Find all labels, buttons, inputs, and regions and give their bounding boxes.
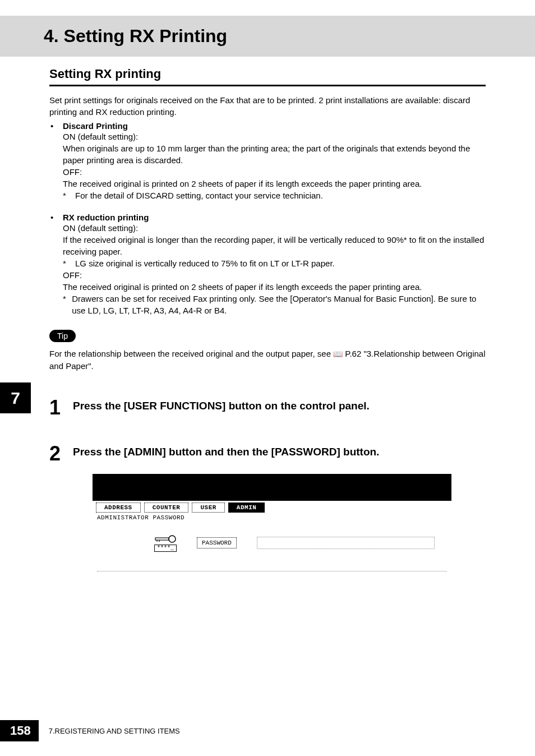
rx-on-desc: If the received original is longer than … [63,234,486,257]
page-number: 158 [0,720,39,741]
bullet-rx: • RX reduction printing [49,213,486,222]
asterisk-icon: * [63,257,75,269]
discard-on-label: ON (default setting): [63,131,486,142]
tip-text-before: For the relationship between the receive… [49,349,333,358]
admin-password-label: ADMINISTRATOR PASSWORD [93,513,451,523]
tip-text: For the relationship between the receive… [49,348,486,372]
chapter-side-tab: 7 [0,382,31,413]
discard-on-desc: When originals are up to 10 mm larger th… [63,142,486,166]
discard-note: For the detail of DISCARD setting, conta… [75,190,323,201]
discard-label: Discard Printing [63,121,128,131]
step-2: 2 Press the [ADMIN] button and then the … [49,444,486,464]
asterisk-icon: * [63,190,75,201]
rx-note2-row: * Drawers can be set for received Fax pr… [63,293,486,316]
step-2-text: Press the [ADMIN] button and then the [P… [73,444,379,458]
chapter-header: 4. Setting RX Printing [0,16,535,57]
step-1-number: 1 [49,398,73,418]
rx-note1-row: * LG size original is vertically reduced… [63,257,486,269]
section-title: Setting RX printing [49,67,486,81]
tab-admin[interactable]: ADMIN [228,503,265,513]
key-mask-label: ****_ [154,545,177,552]
key-icon-group: ****_ [154,534,177,552]
bullet-dot-icon: • [49,213,63,222]
intro-paragraph: Set print settings for originals receive… [49,94,486,118]
book-icon: 📖 [333,349,343,360]
bullet-discard: • Discard Printing [49,121,486,131]
tab-user[interactable]: USER [192,503,224,513]
svg-point-0 [169,536,176,542]
discard-off-label: OFF: [63,166,486,178]
password-field[interactable] [257,537,435,549]
chapter-title: 4. Setting RX Printing [44,26,535,47]
footer-chapter: 7.REGISTERING AND SETTING ITEMS [49,727,180,735]
screen-inner: ADDRESS COUNTER USER ADMIN ADMINISTRATOR… [93,501,451,586]
password-button[interactable]: PASSWORD [197,537,237,548]
asterisk-icon: * [63,293,72,305]
device-screenshot: ADDRESS COUNTER USER ADMIN ADMINISTRATOR… [93,474,451,586]
discard-note-row: * For the detail of DISCARD setting, con… [63,190,486,201]
step-1: 1 Press the [USER FUNCTIONS] button on t… [49,398,486,418]
page-footer: 158 7.REGISTERING AND SETTING ITEMS [0,720,180,741]
rx-off-label: OFF: [63,269,486,281]
rx-note2: Drawers can be set for received Fax prin… [72,293,486,316]
rx-note1: LG size original is vertically reduced t… [75,257,335,269]
password-row: ****_ PASSWORD [93,523,451,561]
discard-off-desc: The received original is printed on 2 sh… [63,178,486,190]
rx-off-desc: The received original is printed on 2 sh… [63,281,486,293]
page-content: Setting RX printing Set print settings f… [0,67,535,586]
rx-label: RX reduction printing [63,213,149,222]
tab-counter[interactable]: COUNTER [144,503,189,513]
key-icon [154,534,177,544]
bullet-dot-icon: • [49,121,63,131]
svg-rect-1 [155,538,169,540]
tab-address[interactable]: ADDRESS [96,503,141,513]
rx-on-label: ON (default setting): [63,222,486,234]
section-rule [49,85,486,86]
tip-badge: Tip [49,330,76,342]
step-1-text: Press the [USER FUNCTIONS] button on the… [73,398,370,412]
step-2-number: 2 [49,444,73,464]
tabs-row: ADDRESS COUNTER USER ADMIN [93,501,451,513]
